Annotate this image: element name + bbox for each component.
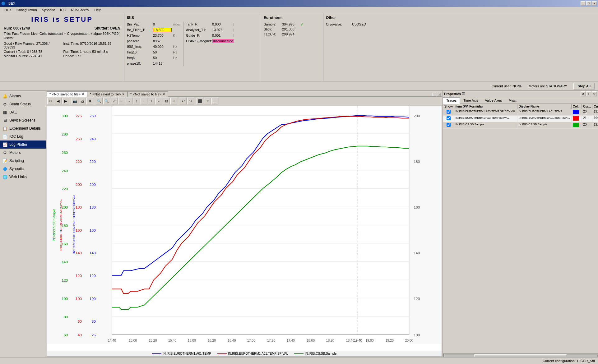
scrollbar-thumb[interactable] [474,354,567,357]
tab-0[interactable]: * <Not saved to file> ✕ [47,91,87,97]
menu-synoptic[interactable]: Synoptic [39,7,58,12]
menu-configuration[interactable]: Configuration [14,7,39,12]
sidebar-label-log-plotter: Log Plotter [9,142,27,147]
svg-text:200: 200 [62,205,68,210]
sidebar-item-motors[interactable]: ⚙ Motors [0,149,46,157]
maximize-chart-btn[interactable]: □ [437,93,441,96]
trace-checkbox-2[interactable] [447,123,451,127]
tab-close-2[interactable]: ✕ [163,93,165,96]
prop-more-btn[interactable]: ▽ [592,91,597,96]
sidebar-item-log-plotter[interactable]: 📈 Log Plotter [0,141,46,149]
toolbar-btn-zoom-fit[interactable]: ⤢ [111,98,118,104]
monitor-counts-value: 7724641 [29,54,42,58]
isis-row-6: freq6: 50 Hz [127,55,181,60]
prop-tab-traces[interactable]: Traces [443,97,460,104]
sidebar-item-beam-status[interactable]: ⚙ Beam Status [0,100,46,108]
isis-right-col: Tank_P: 0.000 | Analyser_T1: 13.973 | Gu… [186,22,234,66]
toolbar-btn-zoom-fit2[interactable]: ⊡ [163,98,170,104]
trace-show-1[interactable] [443,116,454,122]
toolbar-btn-redo[interactable]: ↪ [187,98,194,104]
minimize-chart-btn[interactable]: _ [433,93,436,96]
minimize-button[interactable]: _ [581,1,586,6]
menu-ibex[interactable]: IBEX [1,7,14,12]
sidebar-item-alarms[interactable]: 🔔 Alarms [0,92,46,100]
isis-right-row-1: Analyser_T1: 13.973 | [186,27,234,32]
sidebar-item-synoptic[interactable]: 🔷 Synoptic [0,165,46,173]
toolbar-btn-pause[interactable]: ⏸ [86,98,93,104]
sidebar-item-experiment-details[interactable]: 📋 Experiment Details [0,124,46,132]
toolbar-btn-zoom-out2[interactable]: - [155,98,162,104]
tab-close-1[interactable]: ✕ [122,93,125,96]
toolbar-btn-more[interactable]: … [211,98,218,104]
monitor-counts-label: Monitor Counts: [4,54,28,58]
sidebar-item-dae[interactable]: ▦ DAE [0,108,46,116]
trace-color-1 [571,116,582,122]
prop-refresh-btn[interactable]: ↺ [581,91,586,96]
traces-table-container[interactable]: Show Item (PV, Formula) Display Name Col… [443,104,598,353]
trace-checkbox-1[interactable] [447,116,451,120]
toolbar-btn-scissors[interactable]: ✂ [47,98,54,104]
sidebar-item-ioc-log[interactable]: 📄 IOC Log [0,132,46,141]
sidebar-label-scripting: Scripting [9,159,24,163]
toolbar-btn-left[interactable]: ◀ [55,98,62,104]
sidebar-item-scripting[interactable]: 📝 Scripting [0,157,46,165]
toolbar-btn-zoom-in2[interactable]: + [148,98,155,104]
log-plotter-icon: 📈 [2,142,7,147]
svg-text:160: 160 [76,228,82,233]
svg-text:140: 140 [76,251,82,255]
tab-close-0[interactable]: ✕ [82,93,84,96]
header-area: IRIS is SETUP Run: 00071748 Shutter: OPE… [0,13,598,81]
prop-add-btn[interactable]: + [586,91,591,96]
prop-tab-misc[interactable]: Misc. [505,97,520,104]
toolbar-btn-snapshot[interactable]: 📷 [72,98,78,104]
prop-tab-time-axis[interactable]: Time Axis [460,97,481,104]
toolbar-btn-pan-up[interactable]: ↑ [133,98,140,104]
menu-run-control[interactable]: Run-Control [68,7,92,12]
properties-header: Properties ☰ ↺ + ▽ [443,91,598,97]
users-line: Users: [4,36,120,40]
svg-text:200: 200 [90,182,96,187]
tab-1[interactable]: * <Not saved to file> ✕ [87,91,127,97]
legend-line-1 [217,353,227,354]
trace-row-1: IN:IRIS:EUROTHERM1:A03:TEMP:SP.VAL IN:IR… [443,116,598,122]
toolbar-btn-stop[interactable]: ⬛ [197,98,203,104]
svg-text:14:40: 14:40 [108,339,116,342]
scrollbar-track [443,354,598,357]
toolbar-btn-zoom-out[interactable]: 🔍 [103,98,110,104]
stop-all-button[interactable]: Stop All [573,83,595,90]
toolbar-btn-crosshair[interactable]: ✛ [170,98,177,104]
ioc-log-icon: 📄 [2,134,7,139]
trace-show-0[interactable] [443,109,454,116]
toolbar-btn-undo[interactable]: ↩ [180,98,187,104]
trace-cur2-1: 19:16... [592,116,598,122]
bottom-status-bar: Current configuration: TLCCR_Std [0,357,598,364]
menu-help[interactable]: Help [92,7,104,12]
svg-rect-4 [98,106,112,344]
traces-scrollbar[interactable] [443,353,598,357]
toolbar-btn-zoom-in[interactable]: 🔍 [96,98,103,104]
sidebar: 🔔 Alarms ⚙ Beam Status ▦ DAE 🖥 Device Sc… [0,91,46,357]
toolbar-btn-right[interactable]: ▶ [62,98,69,104]
trace-show-2[interactable] [443,122,454,129]
close-button[interactable]: × [592,1,597,6]
menu-ioc[interactable]: IOC [58,7,69,12]
maximize-button[interactable]: □ [586,1,591,6]
toolbar-btn-pan-left[interactable]: ← [118,98,125,104]
toolbar-btn-pan-right[interactable]: → [126,98,132,104]
tab-2[interactable]: * <Not saved to file> ✕ [127,91,168,97]
title-bar-title: IBEX [7,2,15,5]
svg-text:250: 250 [90,114,96,118]
sidebar-item-web-links[interactable]: 🌐 Web Links [0,173,46,181]
svg-text:140: 140 [62,260,68,265]
sidebar-label-alarms: Alarms [9,94,21,98]
sidebar-item-device-screens[interactable]: 🖥 Device Screens [0,116,46,124]
svg-text:200: 200 [414,114,420,118]
toolbar-btn-print[interactable]: 🖨 [79,98,86,104]
toolbar-btn-delete[interactable]: ✕ [204,98,211,104]
toolbar-btn-pan-down[interactable]: ↓ [141,98,147,104]
svg-text:180: 180 [414,159,420,164]
properties-title: Properties ☰ [444,92,465,96]
prop-tab-value-axes[interactable]: Value Axes [481,97,505,104]
trace-checkbox-0[interactable] [447,110,451,114]
isis-divider [183,22,183,66]
